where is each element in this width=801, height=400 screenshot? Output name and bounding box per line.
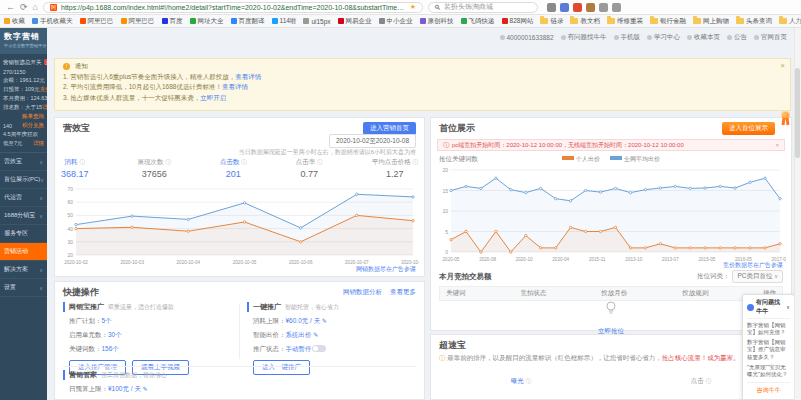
topbar-item-3[interactable]: 学习中心 (647, 33, 680, 42)
stat-link[interactable]: 账单查询 (22, 113, 44, 120)
bookmarks-bar: 收藏手机收藏夹阿里巴巴阿里巴巴百度网址大全百度翻译114啦ui15px网易企业中… (0, 15, 801, 28)
back-icon[interactable]: ← (6, 3, 15, 12)
bookmark-item[interactable]: 阿里巴巴 (121, 17, 155, 26)
ask-niuniu-button[interactable]: 咨询牛牛 (747, 382, 790, 395)
metric-消耗[interactable]: 消耗 ⓘ368.17 (61, 158, 89, 179)
stat-link[interactable]: 详情 (33, 140, 44, 147)
bookmark-item[interactable]: 114啦 (272, 17, 297, 26)
help-widget-header[interactable]: 有问题找牛牛 ∨ (747, 298, 790, 319)
edit-icon[interactable]: ✎ (141, 386, 148, 392)
info-icon: ⓘ (706, 378, 712, 384)
sidebar-item-代运营[interactable]: 代运营∨ (0, 189, 47, 207)
bookmark-item[interactable]: 维修重装 (607, 17, 643, 26)
shield-icon[interactable] (573, 3, 582, 12)
bookmark-item[interactable]: 手机收藏夹 (32, 17, 73, 26)
address-bar[interactable]: 阿 https://p4p.1688.com/index.html#!/home… (43, 2, 423, 13)
search-icon: 🔍︎ (434, 4, 441, 11)
bookmark-item[interactable]: 阿里巴巴 (80, 17, 114, 26)
topbar-item-5[interactable]: 公告 (727, 33, 747, 42)
scrollbar-thumb[interactable] (795, 68, 800, 158)
bookmark-item[interactable]: 网址大全 (190, 17, 224, 26)
bookmark-label: 828网站 (510, 17, 534, 26)
horse-icon[interactable] (586, 3, 595, 12)
topbar-label: 公告 (734, 33, 747, 42)
edit-icon[interactable]: ✎ (320, 318, 327, 324)
date-range-picker[interactable]: 2020-10-02至2020-10-08 (329, 134, 416, 148)
sidebar-item-设置[interactable]: 设置∨ (0, 279, 47, 297)
section-button-进入一键推广[interactable]: 进入一键推广 (253, 360, 310, 375)
sidebar-item-首位展示(PC)[interactable]: 首位展示(PC)∨ (0, 171, 47, 189)
quick-link-网销数据分析[interactable]: 网销数据分析 (343, 288, 382, 297)
yingxiaobao-title: 营效宝 (63, 122, 90, 135)
bookmark-item[interactable]: ui15px (303, 18, 330, 25)
sidebar-item-服务专区[interactable]: 服务专区 (0, 225, 47, 243)
status-toggle[interactable] (312, 345, 326, 352)
browser-search-box[interactable]: 🔍︎ 装扮头饰淘商城 (428, 2, 538, 13)
topbar-item-4[interactable]: 收藏本页 (687, 33, 720, 42)
sidebar-item-营效宝[interactable]: 营效宝∨ (0, 153, 47, 171)
sidebar-stat-row: 低至7元详情 (0, 139, 47, 148)
undo-icon[interactable] (599, 3, 608, 12)
metric-value: 201 (220, 169, 247, 179)
bookmark-item[interactable]: 收藏 (4, 17, 25, 26)
topbar-item-6[interactable]: 官网首页 (754, 33, 787, 42)
sidebar-item-1688分销宝[interactable]: 1688分销宝∨ (0, 207, 47, 225)
help-question[interactable]: "无展现""宝贝无曝光"如何优化？ (747, 364, 790, 378)
marketing-manager-section: 营销管家强工具强数据，替你省心日预算上限：¥100元 / 天 ✎出价：¥0.5 … (63, 370, 239, 400)
bookmark-item[interactable]: 百度翻译 (231, 17, 265, 26)
bookmark-item[interactable]: 飞鸽快递 (461, 17, 495, 26)
scissors-icon[interactable] (547, 3, 556, 12)
stat-link[interactable]: 积分兑换 (22, 122, 44, 129)
enter-top-position-button[interactable]: 进入首位展示 (722, 122, 775, 135)
bookmark-item[interactable]: 链录 (540, 17, 563, 26)
edit-icon[interactable]: ✎ (312, 332, 319, 338)
avatar (747, 304, 754, 311)
bookmark-item[interactable]: 教文档 (570, 17, 600, 26)
refresh-icon[interactable]: ⟳ (20, 3, 28, 12)
notice-link[interactable]: 立即开启 (200, 94, 226, 101)
festival-badge-icon (777, 111, 793, 127)
bid-data-link[interactable]: 竞价数据尽在广告参谋 (723, 261, 783, 270)
go-bid-link[interactable]: 立即抢位 (598, 327, 624, 334)
topbar-item-0[interactable]: 4000001633882 (500, 34, 554, 41)
super-metric-曝光[interactable]: 曝光 ⓘ (431, 377, 611, 386)
help-question[interactable]: 数字营销【网销宝】如何充值？ (747, 322, 790, 336)
stat-link[interactable]: 详情 (42, 104, 47, 111)
topbar-item-2[interactable]: 手机版 (614, 33, 641, 42)
home-icon[interactable]: ⌂ (33, 3, 38, 12)
menu-icon[interactable] (612, 3, 621, 12)
extension-icon[interactable] (560, 3, 569, 12)
folder-icon (607, 18, 615, 24)
sidebar-item-解决方案[interactable]: 解决方案∨ (0, 261, 47, 279)
bookmark-item[interactable]: 中小企业 (379, 17, 413, 26)
position-type-select[interactable]: PC类目首位 ∨ (732, 270, 783, 283)
close-icon[interactable]: × (780, 61, 785, 70)
close-icon[interactable]: × (775, 142, 779, 148)
sidebar-item-label: 设置 (4, 283, 16, 292)
bookmark-item[interactable]: 网易企业 (338, 17, 372, 26)
metric-点击率[interactable]: 点击率 ⓘ0.77 (296, 158, 323, 179)
quick-link-查看更多[interactable]: 查看更多 (390, 288, 416, 297)
bookmark-item[interactable]: 百度 (162, 17, 183, 26)
scrollbar[interactable] (794, 28, 801, 400)
ad-advisor-link[interactable]: 网销数据尽在广告参谋 (356, 265, 416, 274)
bookmark-item[interactable]: 828网站 (502, 17, 534, 26)
switch-off-button[interactable]: 关 (44, 59, 48, 65)
bookmark-item[interactable]: 银行金融 (650, 17, 686, 26)
stat-link[interactable]: 充值 (40, 86, 47, 93)
chevron-down-icon[interactable]: ∨ (786, 304, 790, 310)
help-question[interactable]: 数字营销【网销宝】推广信息审核要多久？ (747, 339, 790, 360)
bookmark-item[interactable]: 原创科技 (420, 17, 454, 26)
bookmark-item[interactable]: 人力资源 (779, 17, 801, 26)
bookmark-star-icon[interactable]: ★ (410, 3, 416, 11)
notice-link[interactable]: 查看详情 (235, 73, 261, 80)
notice-link[interactable]: 查看详情 (222, 83, 248, 90)
topbar-item-1[interactable]: 有问题找牛牛 (561, 33, 607, 42)
bookmark-item[interactable]: 网上购物 (693, 17, 729, 26)
bookmark-item[interactable]: 头条查询 (736, 17, 772, 26)
metric-平均点击价格[interactable]: 平均点击价格 ⓘ1.27 (372, 158, 418, 179)
info-icon: ⓘ (317, 159, 323, 165)
metric-点击数[interactable]: 点击数 ⓘ201 (220, 158, 247, 179)
metric-展现次数[interactable]: 展现次数 ⓘ37656 (138, 158, 171, 179)
sidebar-item-营销活动[interactable]: 营销活动 (0, 243, 47, 261)
